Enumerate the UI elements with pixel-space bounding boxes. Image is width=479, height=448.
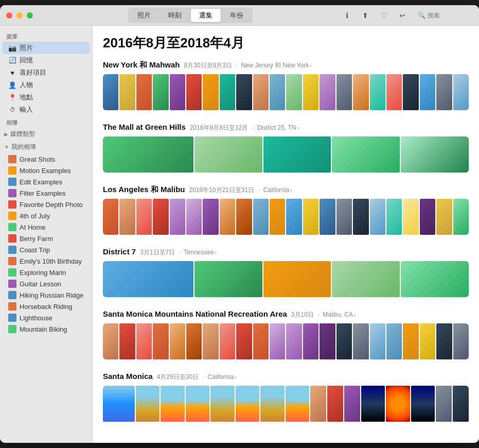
photo-thumb[interactable] (332, 136, 400, 173)
collection-location[interactable]: New Jersey 和 New York › (236, 61, 312, 70)
photo-thumb[interactable] (220, 74, 235, 110)
photo-thumb[interactable] (286, 74, 301, 110)
photo-thumb[interactable] (103, 323, 118, 359)
photo-strip[interactable] (103, 74, 469, 110)
photo-thumb[interactable] (436, 386, 452, 422)
search-input[interactable] (428, 12, 469, 19)
my-albums-group[interactable]: ▼ 我的相簿 (0, 141, 92, 153)
photo-thumb[interactable] (153, 199, 168, 235)
photo-thumb[interactable] (303, 199, 318, 235)
photo-thumb[interactable] (236, 323, 252, 359)
sidebar-item-favorite-depth-photo[interactable]: Favorite Depth Photo (2, 199, 90, 210)
photo-thumb[interactable] (303, 323, 318, 359)
tab-years[interactable]: 年份 (222, 9, 252, 22)
photo-thumb[interactable] (170, 199, 185, 235)
photo-thumb[interactable] (420, 199, 435, 235)
photo-thumb[interactable] (332, 261, 400, 297)
photo-thumb[interactable] (253, 323, 269, 359)
photo-thumb[interactable] (253, 199, 269, 235)
photo-thumb[interactable] (270, 323, 285, 359)
media-types-group[interactable]: ▶ 媒體類型 (0, 128, 92, 141)
sidebar-item-edit-examples[interactable]: Edit Examples (2, 176, 90, 187)
photo-strip[interactable] (103, 323, 469, 359)
photo-thumb[interactable] (136, 323, 152, 359)
sidebar-item-emilys-birthday[interactable]: Emily's 10th Birthday (2, 255, 90, 267)
sidebar-item-memories[interactable]: 🔄 回憶 (2, 54, 90, 66)
photo-strip[interactable] (103, 199, 469, 235)
photo-thumb[interactable] (203, 199, 218, 235)
sidebar-item-places[interactable]: 📍 地點 (2, 91, 90, 104)
collection-title[interactable]: The Mall at Green Hills (103, 123, 186, 131)
photo-thumb[interactable] (386, 199, 402, 235)
photo-thumb[interactable] (186, 74, 202, 110)
info-button[interactable]: ℹ (340, 8, 354, 23)
photo-thumb[interactable] (286, 199, 301, 235)
sidebar-item-favorites[interactable]: ♥ 喜好項目 (2, 66, 90, 79)
collection-location[interactable]: Tennessee › (179, 249, 217, 256)
rotate-button[interactable]: ↩ (395, 8, 410, 23)
photo-thumb[interactable] (403, 74, 418, 110)
photo-thumb[interactable] (320, 74, 335, 110)
sidebar-item-at-home[interactable]: At Home (2, 221, 90, 233)
sidebar-item-hiking-russian-ridge[interactable]: Hiking Russian Ridge (2, 289, 90, 301)
photo-thumb[interactable] (153, 74, 168, 110)
collection-title[interactable]: Santa Monica Mountains National Recreati… (103, 309, 287, 318)
photo-thumb[interactable] (286, 386, 309, 422)
sidebar-item-filter-examples[interactable]: Filter Examples (2, 187, 90, 199)
photo-thumb[interactable] (186, 386, 209, 422)
favorite-button[interactable]: ♡ (377, 8, 391, 23)
sidebar-item-4th-of-july[interactable]: 4th of July (2, 210, 90, 221)
photo-thumb[interactable] (236, 386, 259, 422)
photo-thumb[interactable] (420, 323, 435, 359)
photo-thumb[interactable] (253, 74, 269, 110)
photo-thumb[interactable] (263, 261, 331, 297)
sidebar-item-exploring-marin[interactable]: Exploring Marin (2, 267, 90, 278)
photo-thumb[interactable] (436, 323, 452, 359)
close-button[interactable] (6, 12, 12, 19)
photo-thumb[interactable] (103, 74, 118, 110)
photo-thumb[interactable] (403, 199, 418, 235)
collection-location[interactable]: District 25, TN › (252, 124, 298, 131)
photo-thumb[interactable] (353, 74, 368, 110)
photo-thumb[interactable] (370, 323, 385, 359)
collection-location[interactable]: California › (258, 186, 292, 194)
photo-thumb[interactable] (401, 261, 469, 297)
collection-location[interactable]: Malibu, CA › (318, 311, 356, 318)
photo-thumb[interactable] (186, 323, 202, 359)
photo-thumb[interactable] (210, 386, 234, 422)
photo-thumb[interactable] (103, 199, 118, 235)
maximize-button[interactable] (27, 12, 33, 19)
photo-thumb[interactable] (453, 199, 469, 235)
photo-thumb[interactable] (136, 74, 152, 110)
photo-thumb[interactable] (370, 199, 385, 235)
photo-strip[interactable] (103, 261, 469, 297)
photo-thumb[interactable] (119, 199, 135, 235)
sidebar-item-photos[interactable]: 📷 照片 (2, 42, 90, 54)
photo-thumb[interactable] (203, 74, 218, 110)
photo-thumb[interactable] (353, 199, 368, 235)
photo-thumb[interactable] (194, 136, 262, 173)
photo-thumb[interactable] (103, 136, 193, 173)
photo-thumb[interactable] (103, 386, 135, 422)
photo-thumb[interactable] (119, 323, 135, 359)
photo-thumb[interactable] (411, 386, 435, 422)
sidebar-item-great-shots[interactable]: Great Shots (2, 153, 90, 165)
search-box[interactable]: 🔍 (414, 10, 473, 21)
photo-thumb[interactable] (336, 74, 352, 110)
photo-thumb[interactable] (403, 323, 418, 359)
photo-thumb[interactable] (103, 261, 193, 297)
photo-thumb[interactable] (136, 199, 152, 235)
photo-thumb[interactable] (361, 386, 385, 422)
sidebar-item-mountain-biking[interactable]: Mountain Biking (2, 323, 90, 335)
photo-thumb[interactable] (260, 386, 284, 422)
photo-thumb[interactable] (336, 323, 352, 359)
photo-thumb[interactable] (370, 74, 385, 110)
photo-thumb[interactable] (161, 386, 184, 422)
photo-thumb[interactable] (327, 386, 343, 422)
photo-thumb[interactable] (401, 136, 469, 173)
photo-strip[interactable] (103, 386, 469, 424)
sidebar-item-import[interactable]: ⏱ 輸入 (2, 104, 90, 116)
photo-thumb[interactable] (286, 323, 301, 359)
photo-thumb[interactable] (336, 199, 352, 235)
photo-strip[interactable] (103, 136, 469, 173)
